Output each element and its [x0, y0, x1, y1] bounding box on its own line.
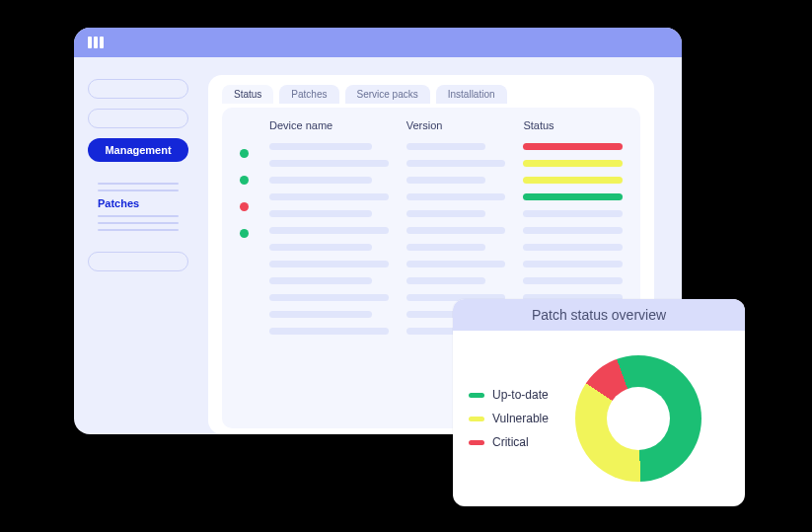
- status-dot: [240, 202, 249, 211]
- sidebar-item[interactable]: [88, 252, 188, 271]
- status-bar: [523, 177, 623, 184]
- sidebar-item[interactable]: [88, 79, 188, 99]
- table-cell-placeholder: [406, 261, 506, 267]
- chart-legend: Up-to-dateVulnerableCritical: [469, 388, 549, 449]
- status-dot-column: [240, 119, 252, 335]
- donut-chart: [575, 355, 701, 482]
- column-header-version: Version: [406, 119, 506, 131]
- table-cell-placeholder: [406, 193, 506, 200]
- table-cell-placeholder: [269, 261, 389, 267]
- sidebar-subitem[interactable]: [98, 215, 179, 217]
- table-cell-placeholder: [406, 244, 486, 251]
- table-cell-placeholder: [269, 328, 389, 335]
- table-cell-placeholder: [269, 177, 372, 184]
- table-cell-placeholder: [523, 210, 623, 217]
- donut-wrap: [549, 355, 729, 482]
- status-dot: [240, 149, 249, 158]
- status-dot: [240, 229, 249, 238]
- table-cell-placeholder: [406, 210, 486, 217]
- status-bar: [523, 160, 623, 167]
- device-name-column: Device name: [269, 119, 389, 335]
- status-bar: [523, 193, 623, 200]
- table-cell-placeholder: [406, 160, 506, 167]
- table-cell-placeholder: [523, 244, 623, 251]
- sidebar-subitem[interactable]: [98, 183, 179, 185]
- tab-installation[interactable]: Installation: [436, 85, 507, 104]
- sidebar-submenu: Patches: [88, 172, 188, 242]
- column-header-name: Device name: [269, 119, 389, 131]
- table-cell-placeholder: [406, 277, 486, 284]
- table-cell-placeholder: [269, 244, 372, 251]
- status-dot: [240, 176, 249, 185]
- table-cell-placeholder: [269, 294, 389, 301]
- legend-swatch: [469, 417, 484, 421]
- titlebar: [74, 28, 682, 57]
- legend-item: Up-to-date: [469, 388, 549, 402]
- table-cell-placeholder: [269, 277, 372, 284]
- table-cell-placeholder: [269, 311, 372, 318]
- table-cell-placeholder: [406, 227, 506, 234]
- table-cell-placeholder: [406, 143, 486, 150]
- table-cell-placeholder: [523, 227, 623, 234]
- legend-item: Vulnerable: [469, 412, 549, 425]
- sidebar: Management Patches: [74, 57, 202, 434]
- legend-item: Critical: [469, 435, 549, 449]
- legend-label: Critical: [492, 435, 529, 449]
- legend-label: Vulnerable: [492, 412, 549, 425]
- table-cell-placeholder: [269, 193, 389, 200]
- legend-swatch: [469, 393, 484, 398]
- sidebar-subitem-patches[interactable]: Patches: [98, 197, 179, 209]
- table-cell-placeholder: [269, 227, 389, 234]
- sidebar-subitem[interactable]: [98, 222, 179, 224]
- legend-swatch: [469, 440, 484, 445]
- chart-body: Up-to-dateVulnerableCritical: [453, 331, 745, 506]
- sidebar-item-management[interactable]: Management: [88, 138, 188, 162]
- legend-label: Up-to-date: [492, 388, 549, 402]
- sidebar-subitem[interactable]: [98, 229, 179, 231]
- column-header-status: Status: [523, 119, 623, 131]
- sidebar-subitem[interactable]: [98, 190, 179, 191]
- table-cell-placeholder: [406, 177, 486, 184]
- logo-icon: [88, 37, 104, 48]
- table-cell-placeholder: [523, 261, 623, 267]
- status-bar: [523, 143, 623, 150]
- table-cell-placeholder: [269, 160, 389, 167]
- tab-status[interactable]: Status: [222, 85, 273, 104]
- chart-title: Patch status overview: [453, 299, 745, 331]
- tab-service-packs[interactable]: Service packs: [345, 85, 430, 104]
- table-cell-placeholder: [269, 143, 372, 150]
- sidebar-item[interactable]: [88, 109, 188, 128]
- tab-patches[interactable]: Patches: [279, 85, 338, 104]
- table-cell-placeholder: [523, 277, 623, 284]
- patch-status-card: Patch status overview Up-to-dateVulnerab…: [453, 299, 745, 506]
- table-cell-placeholder: [269, 210, 372, 217]
- tab-bar: Status Patches Service packs Installatio…: [222, 85, 640, 104]
